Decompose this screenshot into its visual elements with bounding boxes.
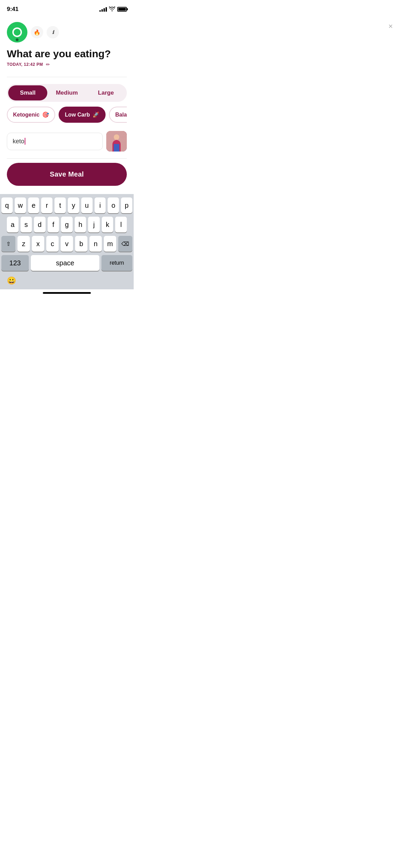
keyboard-row-3: ⇧ z x c v b n m ⌫ bbox=[1, 236, 132, 252]
status-icons bbox=[99, 7, 127, 12]
diet-balanced[interactable]: Balanced ⚡ bbox=[109, 107, 127, 123]
search-section: keto bbox=[0, 131, 134, 157]
lowcarb-label: Low Carb bbox=[65, 112, 90, 118]
key-b[interactable]: b bbox=[75, 236, 87, 252]
key-p[interactable]: p bbox=[121, 197, 132, 213]
food-thumbnail[interactable] bbox=[106, 131, 127, 152]
search-row: keto bbox=[7, 131, 127, 152]
size-selector: Small Medium Large bbox=[7, 84, 127, 102]
date-row: TODAY, 12:42 PM ✏ bbox=[7, 62, 127, 67]
key-l[interactable]: l bbox=[115, 217, 127, 232]
battery-icon bbox=[117, 7, 127, 12]
info-button[interactable]: ℹ bbox=[47, 26, 59, 38]
emoji-key[interactable]: 😀 bbox=[7, 276, 16, 285]
lowcarb-icon: 🚀 bbox=[93, 111, 99, 118]
avatar-inner bbox=[12, 27, 22, 37]
search-value: keto bbox=[13, 138, 24, 145]
key-k[interactable]: k bbox=[102, 217, 113, 232]
save-meal-button[interactable]: Save Meal bbox=[7, 163, 127, 186]
signal-icon bbox=[99, 7, 107, 12]
num-key[interactable]: 123 bbox=[1, 255, 29, 271]
diet-selector: Ketogenic 🎯 Low Carb 🚀 Balanced ⚡ bbox=[7, 107, 127, 123]
avatar-dot bbox=[16, 38, 19, 41]
space-key[interactable]: space bbox=[31, 255, 99, 271]
cursor bbox=[25, 138, 25, 145]
key-v[interactable]: v bbox=[61, 236, 73, 252]
key-y[interactable]: y bbox=[68, 197, 79, 213]
keyboard-row-1: q w e r t y u i o p bbox=[1, 197, 132, 213]
key-j[interactable]: j bbox=[88, 217, 100, 232]
size-section: Small Medium Large Ketogenic 🎯 Low Carb … bbox=[0, 79, 134, 131]
svg-point-2 bbox=[114, 134, 119, 140]
save-section: Save Meal bbox=[0, 160, 134, 194]
shift-key[interactable]: ⇧ bbox=[1, 236, 15, 252]
fire-button[interactable]: 🔥 bbox=[31, 26, 43, 38]
balanced-label: Balanced bbox=[115, 112, 127, 118]
diet-lowcarb[interactable]: Low Carb 🚀 bbox=[59, 107, 106, 123]
key-f[interactable]: f bbox=[48, 217, 59, 232]
key-t[interactable]: t bbox=[54, 197, 66, 213]
keyboard-row-2: a s d f g h j k l bbox=[1, 217, 132, 232]
key-d[interactable]: d bbox=[34, 217, 46, 232]
key-m[interactable]: m bbox=[104, 236, 116, 252]
search-wrapper[interactable]: keto bbox=[7, 133, 103, 150]
keyboard: q w e r t y u i o p a s d f g h j k l ⇧ … bbox=[0, 194, 134, 289]
home-indicator bbox=[43, 292, 91, 294]
size-small[interactable]: Small bbox=[8, 85, 47, 100]
status-time: 9:41 bbox=[7, 6, 19, 13]
date-label: TODAY, 12:42 PM bbox=[7, 62, 43, 67]
return-key[interactable]: return bbox=[101, 255, 132, 271]
key-x[interactable]: x bbox=[32, 236, 44, 252]
wifi-icon bbox=[109, 7, 115, 12]
keyboard-bottom: 😀 bbox=[1, 274, 132, 288]
size-large[interactable]: Large bbox=[86, 85, 125, 100]
key-e[interactable]: e bbox=[28, 197, 39, 213]
key-i[interactable]: i bbox=[95, 197, 106, 213]
key-n[interactable]: n bbox=[89, 236, 102, 252]
ketogenic-icon: 🎯 bbox=[42, 111, 49, 118]
key-q[interactable]: q bbox=[1, 197, 13, 213]
page-title: What are you eating? bbox=[7, 48, 127, 60]
key-c[interactable]: c bbox=[46, 236, 59, 252]
key-z[interactable]: z bbox=[17, 236, 30, 252]
key-s[interactable]: s bbox=[21, 217, 32, 232]
info-icon: ℹ bbox=[52, 29, 54, 35]
divider-mid bbox=[7, 158, 127, 159]
size-medium[interactable]: Medium bbox=[47, 85, 86, 100]
status-bar: 9:41 bbox=[0, 0, 134, 16]
key-a[interactable]: a bbox=[7, 217, 19, 232]
header-section: 🔥 ℹ What are you eating? TODAY, 12:42 PM… bbox=[0, 16, 134, 75]
key-u[interactable]: u bbox=[81, 197, 93, 213]
key-h[interactable]: h bbox=[75, 217, 86, 232]
fire-icon: 🔥 bbox=[34, 29, 40, 36]
avatar-row: 🔥 ℹ bbox=[7, 22, 127, 43]
key-o[interactable]: o bbox=[108, 197, 119, 213]
delete-key[interactable]: ⌫ bbox=[118, 236, 132, 252]
key-w[interactable]: w bbox=[15, 197, 26, 213]
key-g[interactable]: g bbox=[61, 217, 73, 232]
divider-top bbox=[7, 77, 127, 77]
ketogenic-label: Ketogenic bbox=[13, 112, 39, 118]
edit-icon[interactable]: ✏ bbox=[46, 62, 50, 67]
diet-ketogenic[interactable]: Ketogenic 🎯 bbox=[7, 107, 55, 123]
avatar bbox=[7, 22, 27, 43]
key-r[interactable]: r bbox=[41, 197, 52, 213]
keyboard-row-4: 123 space return bbox=[1, 255, 132, 271]
